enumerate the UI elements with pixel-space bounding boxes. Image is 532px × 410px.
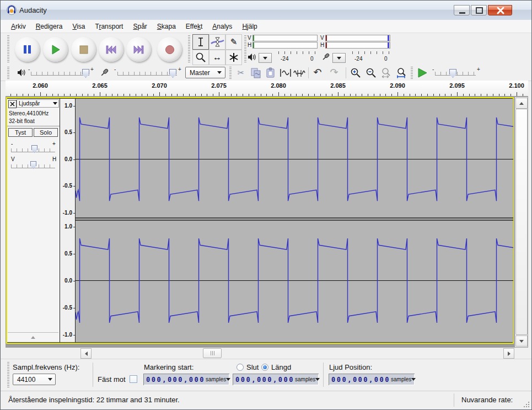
length-radio[interactable] — [261, 364, 268, 371]
stereo-waveform[interactable] — [76, 99, 513, 342]
input-device-combo[interactable]: Master — [185, 67, 225, 78]
rate-combo[interactable]: 44100 — [13, 374, 56, 385]
selection-start-field[interactable]: 000,000,000 samples — [143, 374, 229, 385]
playback-speed-thumb[interactable] — [449, 69, 456, 78]
menu-item-arkiv[interactable]: Arkiv — [6, 21, 31, 32]
input-slider-min: - — [114, 66, 116, 72]
edit-toolbar-gripper[interactable] — [229, 67, 232, 79]
scroll-left-button[interactable] — [80, 348, 92, 359]
menu-item-effekt[interactable]: Effekt — [181, 21, 207, 32]
scroll-down-button[interactable] — [515, 336, 528, 347]
amplitude-label: 0.5 — [65, 129, 72, 135]
solo-button[interactable]: Solo — [34, 128, 58, 137]
timeline-tick — [159, 92, 160, 96]
amplitude-ruler[interactable]: 1.00.50.0-0.5-1.01.00.50.0-0.5-1.0 — [60, 99, 76, 342]
scroll-right-button[interactable] — [503, 348, 514, 359]
tool-timeshift[interactable]: ↔ — [209, 50, 225, 65]
forward-button[interactable] — [126, 37, 151, 62]
mixer-toolbar-gripper[interactable] — [7, 67, 9, 79]
redo-button[interactable]: ↷ — [327, 66, 341, 79]
zoom-in-button[interactable] — [349, 66, 362, 79]
collapse-arrow-icon — [31, 336, 35, 339]
amplitude-tick — [73, 106, 75, 107]
record-button[interactable] — [157, 37, 182, 62]
waveform-display[interactable] — [76, 99, 513, 342]
horizontal-scrollbar[interactable] — [6, 348, 528, 359]
play-at-speed-button[interactable] — [415, 66, 429, 79]
maximize-button[interactable] — [471, 5, 487, 15]
menu-item-transport[interactable]: Transport — [90, 21, 128, 32]
undo-button[interactable]: ↶ — [311, 66, 324, 79]
play-button[interactable] — [43, 37, 68, 62]
output-slider-max: + — [90, 66, 94, 72]
timeshift-tool-icon: ↔ — [213, 52, 222, 62]
playback-meter-dropdown[interactable] — [259, 53, 272, 63]
input-volume-thumb[interactable] — [169, 69, 176, 78]
tool-draw[interactable]: ✎ — [225, 34, 242, 50]
pause-button[interactable] — [15, 37, 40, 62]
trim-button[interactable] — [279, 66, 292, 79]
selection-toolbar-gripper[interactable] — [7, 362, 9, 388]
vertical-scroll-thumb[interactable] — [515, 109, 528, 335]
tool-zoom[interactable] — [192, 50, 209, 65]
menu-item-spar[interactable]: Spår — [128, 21, 152, 32]
timeline-tick — [517, 92, 517, 96]
close-button[interactable] — [488, 5, 512, 15]
track-close-button[interactable] — [8, 100, 17, 108]
edit-toolbar-separator — [308, 67, 309, 78]
copy-button[interactable] — [249, 66, 262, 79]
field-dropdown-arrow[interactable] — [315, 378, 320, 381]
silence-icon — [293, 67, 305, 78]
toolbar-row-1: ✎ ↔ V H -24 0 — [1, 33, 531, 66]
output-volume-slider[interactable] — [31, 72, 89, 76]
current-rate-label: Nuvarande rate: — [461, 396, 513, 404]
tools-toolbar-gripper[interactable] — [188, 35, 190, 63]
track-collapse-button[interactable] — [8, 332, 58, 342]
menu-item-analys[interactable]: Analys — [207, 21, 237, 32]
menu-item-hjalp[interactable]: Hjälp — [237, 21, 262, 32]
silence-button[interactable] — [293, 66, 306, 79]
output-volume-thumb[interactable] — [82, 69, 89, 78]
zoom-out-button[interactable] — [364, 66, 378, 79]
field-dropdown-arrow[interactable] — [411, 378, 416, 381]
cut-button[interactable]: ✂ — [234, 66, 248, 79]
mute-button[interactable]: Tyst — [8, 128, 33, 137]
tool-envelope[interactable] — [209, 34, 225, 50]
recording-meter-dropdown[interactable] — [332, 53, 346, 63]
tool-selection[interactable] — [192, 34, 209, 50]
rewind-button[interactable] — [99, 37, 123, 62]
selection-end-field[interactable]: 000,000,000 samples — [233, 374, 319, 385]
titlebar[interactable]: Audacity — [1, 1, 531, 20]
tool-multi[interactable] — [225, 50, 242, 65]
minimize-button[interactable] — [454, 5, 470, 15]
playback-meter[interactable]: V H -24 0 — [248, 34, 319, 65]
recording-meter[interactable]: V H -24 0 — [320, 34, 393, 65]
paste-button[interactable] — [264, 66, 277, 79]
end-radio-label[interactable]: Slut — [246, 363, 259, 371]
menu-item-redigera[interactable]: Redigera — [31, 21, 68, 32]
timeline-tick — [40, 92, 41, 96]
timeline-tick — [457, 92, 458, 96]
input-volume-slider[interactable] — [117, 72, 177, 76]
track-title-menu[interactable]: Ljudspår — [17, 99, 59, 108]
length-radio-label[interactable]: Längd — [271, 363, 291, 371]
input-slider-max: + — [178, 66, 181, 72]
horizontal-scroll-thumb[interactable] — [203, 348, 222, 358]
menu-item-visa[interactable]: Visa — [67, 21, 90, 32]
end-radio[interactable] — [237, 364, 244, 371]
vertical-scrollbar[interactable] — [515, 97, 528, 347]
snap-checkbox[interactable] — [130, 375, 137, 383]
zoom-selection-button[interactable] — [380, 66, 393, 79]
selection-start-label: Markering start: — [144, 363, 194, 371]
transcription-toolbar-gripper[interactable] — [411, 67, 413, 79]
stop-button[interactable] — [71, 37, 96, 62]
scroll-up-button[interactable] — [515, 98, 528, 109]
field-dropdown-arrow[interactable] — [226, 378, 230, 381]
resize-grip[interactable] — [523, 401, 530, 408]
fit-project-button[interactable] — [395, 66, 409, 79]
meter-toolbar-gripper[interactable] — [244, 35, 246, 63]
menu-item-skapa[interactable]: Skapa — [152, 21, 181, 32]
audio-position-field[interactable]: 000,000,000 samples — [329, 374, 415, 385]
timeline-ruler[interactable]: 2.0602.0652.0702.0752.0802.0852.0902.095… — [6, 81, 528, 97]
transport-toolbar-gripper[interactable] — [7, 35, 9, 63]
